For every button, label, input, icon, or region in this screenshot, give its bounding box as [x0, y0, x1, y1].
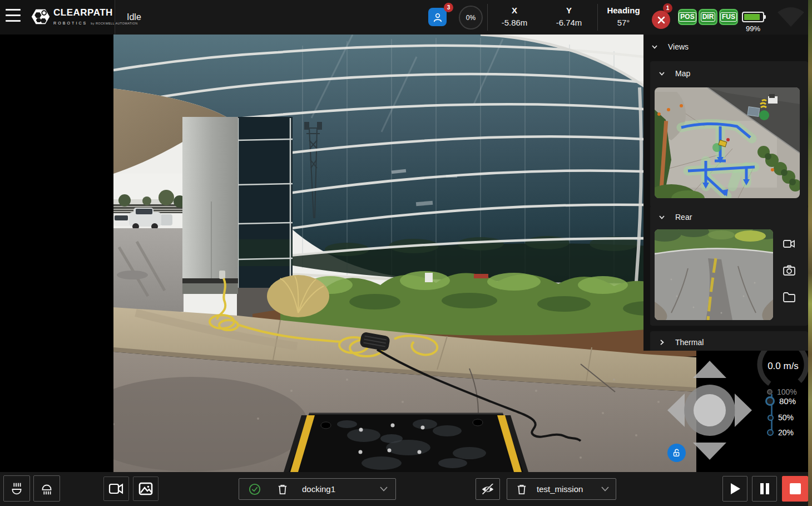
map-thumbnail[interactable] [655, 87, 800, 198]
video-camera-icon [783, 237, 796, 250]
joystick-knob[interactable] [694, 394, 726, 426]
rear-thumbnail[interactable] [655, 229, 773, 320]
divider [487, 4, 488, 31]
telemetry-heading-value: 57° [600, 18, 647, 27]
hamburger-menu-icon[interactable] [6, 9, 21, 23]
error-button[interactable] [652, 11, 670, 29]
speed-level-dot [767, 429, 774, 436]
speed-level-label: 20% [778, 428, 794, 437]
stop-icon [789, 483, 801, 495]
play-button[interactable] [722, 476, 747, 502]
thermal-section-label: Thermal [675, 338, 704, 347]
telemetry-heading-label: Heading [600, 6, 647, 15]
speed-level-80-selected[interactable]: 80% [765, 396, 796, 406]
chevron-down-icon [658, 70, 665, 77]
operator-count-badge: 3 [444, 3, 453, 12]
camera-scene [113, 35, 696, 472]
eye-off-icon [481, 484, 494, 495]
speed-readout: 0.0 m/s [760, 361, 806, 372]
operator-button[interactable] [428, 8, 447, 26]
media-folder-button[interactable] [783, 291, 796, 304]
thermal-panel: Thermal [650, 331, 808, 351]
chevron-down-icon [651, 43, 658, 50]
light-beam-up-icon [8, 480, 25, 497]
battery-icon [742, 12, 764, 22]
brand-title: CLEARPATH [53, 8, 138, 17]
joystick-left-arrow[interactable] [667, 394, 685, 427]
record-video-button-main[interactable] [103, 476, 129, 501]
dock-ramp [284, 413, 528, 472]
building-column [182, 117, 238, 294]
front-camera-feed [113, 35, 696, 472]
folder-icon [783, 291, 796, 304]
speed-level-100[interactable]: 100% [767, 387, 797, 396]
thermal-section-header[interactable]: Thermal [658, 338, 704, 347]
rear-section-label: Rear [675, 213, 692, 222]
robot-status: Idle [127, 0, 141, 35]
telemetry-x-value: -5.86m [491, 18, 538, 27]
right-edge-sliver [808, 0, 812, 506]
dock-select[interactable]: docking1 [239, 478, 396, 500]
rear-panel: Rear [650, 206, 808, 326]
rear-section-header[interactable]: Rear [658, 213, 692, 222]
entry-glass [237, 117, 293, 292]
mission-visibility-button[interactable] [476, 478, 500, 500]
divider [597, 4, 598, 31]
record-video-button[interactable] [783, 237, 796, 250]
delete-mission-icon[interactable] [517, 484, 527, 495]
dir-indicator[interactable]: DIR [699, 9, 717, 25]
mission-select-value: test_mission [537, 484, 583, 494]
speed-level-label: 80% [779, 396, 796, 406]
telemetry-y-label: Y [545, 6, 593, 15]
mission-progress-ring: 0% [459, 6, 483, 30]
fus-indicator[interactable]: FUS [719, 9, 738, 25]
speed-level-label: 50% [778, 413, 794, 422]
speed-level-label: 100% [777, 387, 797, 396]
chevron-down-icon [658, 214, 665, 220]
teleop-unlock-button[interactable] [667, 444, 686, 462]
screenshot-button-main[interactable] [133, 476, 159, 501]
stop-button[interactable] [782, 476, 808, 502]
pause-icon [759, 482, 770, 495]
pause-button[interactable] [752, 476, 777, 502]
mission-select[interactable]: test_mission [507, 478, 616, 500]
lights-up-button[interactable] [3, 475, 30, 502]
clearpath-logo: CLEARPATH ROBOTICSby ROCKWELL AUTOMATION [31, 7, 138, 27]
photo-camera-icon [783, 264, 796, 277]
image-icon [138, 482, 153, 495]
chevron-right-icon [658, 339, 665, 346]
bottom-toolbar: docking1 test_mission [0, 472, 808, 506]
light-beam-down-icon [38, 480, 55, 497]
delete-dock-icon[interactable] [278, 484, 288, 495]
video-camera-icon [108, 482, 124, 495]
views-section-header[interactable]: Views [651, 42, 689, 51]
snapshot-button[interactable] [783, 264, 796, 277]
play-icon [729, 482, 741, 495]
lights-down-button[interactable] [33, 475, 60, 502]
brand-subtitle: ROBOTICS [53, 21, 87, 25]
clearpath-hexagon-icon [31, 7, 50, 27]
speed-level-50[interactable]: 50% [768, 413, 794, 422]
views-sidebar: Views Map [643, 35, 808, 351]
pos-indicator-label: POS [679, 12, 696, 22]
map-section-label: Map [675, 69, 690, 78]
chevron-down-icon [380, 487, 388, 492]
telemetry-x-label: X [491, 6, 538, 15]
wifi-icon [776, 4, 805, 30]
unlock-icon [672, 448, 681, 458]
fus-indicator-label: FUS [720, 12, 737, 22]
error-count-badge: 1 [663, 3, 672, 13]
person-icon [432, 12, 443, 23]
battery-percent: 99% [741, 24, 765, 33]
speed-level-dot [765, 396, 775, 406]
speed-level-dot [768, 415, 774, 421]
map-section-header[interactable]: Map [658, 69, 690, 78]
telemetry-heading: Heading 57° [600, 6, 647, 27]
telemetry-x: X -5.86m [491, 6, 538, 27]
pos-indicator[interactable]: POS [678, 9, 697, 25]
views-section-label: Views [668, 42, 689, 51]
dock-verified-icon [249, 483, 261, 495]
mission-progress-value: 0% [466, 14, 476, 22]
telemetry-y-value: -6.74m [545, 18, 593, 27]
speed-level-20[interactable]: 20% [767, 428, 794, 437]
